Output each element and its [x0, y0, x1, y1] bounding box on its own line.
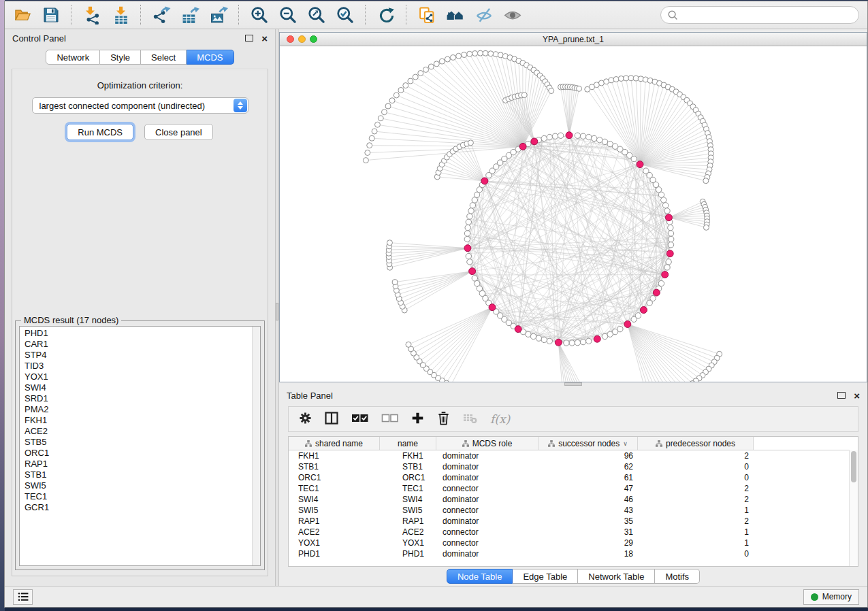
mcds-result-item[interactable]: RAP1	[20, 459, 260, 469]
table-tab-edge-table[interactable]: Edge Table	[513, 569, 578, 584]
float-panel-icon[interactable]	[245, 35, 253, 42]
mcds-result-item[interactable]: GCR1	[20, 502, 260, 513]
column-header-MCDS-role[interactable]: MCDS role	[436, 437, 539, 450]
ring-node[interactable]	[467, 214, 472, 219]
optimization-criterion-select[interactable]: largest connected component (undirected)	[32, 97, 248, 114]
splitter-grip[interactable]	[564, 382, 582, 386]
table-row[interactable]: SWI5SWI5connector431	[289, 505, 858, 516]
mcds-hub-node[interactable]	[519, 143, 526, 150]
leaf-node[interactable]	[613, 77, 619, 82]
ring-node[interactable]	[668, 231, 673, 236]
leaf-node[interactable]	[468, 140, 473, 146]
zoom-out-button[interactable]	[276, 3, 300, 27]
ring-node[interactable]	[467, 259, 472, 265]
leaf-node[interactable]	[549, 88, 554, 94]
mcds-hub-node[interactable]	[555, 339, 562, 346]
ring-node[interactable]	[592, 135, 597, 141]
table-scrollbar[interactable]	[849, 450, 858, 566]
mcds-hub-node[interactable]	[531, 138, 538, 145]
leaf-node[interactable]	[456, 53, 462, 59]
mcds-result-item[interactable]: PMA2	[20, 404, 260, 415]
ring-node[interactable]	[666, 259, 671, 265]
export-table-button[interactable]	[178, 3, 202, 27]
ring-node[interactable]	[558, 133, 563, 138]
run-mcds-button[interactable]: Run MCDS	[67, 124, 133, 140]
ring-node[interactable]	[472, 276, 477, 281]
network-window-titlebar[interactable]: YPA_prune.txt_1	[280, 33, 867, 46]
close-panel-icon[interactable]: ×	[854, 391, 860, 401]
ring-node[interactable]	[668, 242, 673, 248]
close-panel-icon[interactable]: ×	[261, 33, 268, 44]
zoom-in-button[interactable]	[247, 3, 272, 27]
show-all-button[interactable]	[500, 3, 525, 27]
import-table-button[interactable]	[108, 3, 133, 27]
leaf-node[interactable]	[624, 76, 629, 81]
leaf-node[interactable]	[577, 86, 582, 91]
deselect-all-columns-button[interactable]	[381, 413, 398, 426]
ring-node[interactable]	[530, 333, 536, 339]
mcds-result-item[interactable]: PHD1	[20, 328, 260, 339]
ring-node[interactable]	[580, 133, 585, 139]
export-image-button[interactable]	[206, 3, 231, 27]
first-neighbors-button[interactable]	[443, 3, 468, 27]
mcds-hub-node[interactable]	[624, 320, 631, 327]
leaf-node[interactable]	[703, 178, 709, 184]
mcds-result-item[interactable]: STB1	[20, 469, 260, 480]
save-session-button[interactable]	[39, 3, 63, 27]
table-settings-button[interactable]	[299, 412, 312, 427]
scrollbar-thumb[interactable]	[851, 451, 856, 482]
delete-column-button[interactable]	[437, 411, 450, 428]
memory-button[interactable]: Memory	[803, 589, 859, 605]
select-all-columns-button[interactable]	[351, 413, 368, 426]
mcds-result-item[interactable]: ORC1	[20, 448, 260, 459]
ring-node[interactable]	[470, 203, 475, 208]
mcds-hub-node[interactable]	[469, 268, 476, 275]
leaf-node[interactable]	[434, 61, 439, 67]
leaf-node[interactable]	[618, 76, 624, 82]
network-canvas[interactable]	[280, 46, 867, 382]
ring-node[interactable]	[466, 219, 471, 225]
tab-select[interactable]: Select	[141, 50, 187, 65]
ring-node[interactable]	[669, 236, 674, 242]
column-header-shared-name[interactable]: shared name	[289, 437, 380, 450]
close-window-icon[interactable]	[287, 35, 294, 43]
table-row[interactable]: RAP1RAP1dominator352	[289, 516, 858, 527]
leaf-node[interactable]	[363, 158, 368, 163]
leaf-node[interactable]	[406, 342, 411, 347]
task-history-button[interactable]	[13, 589, 33, 605]
ring-node[interactable]	[569, 340, 575, 346]
leaf-node[interactable]	[483, 50, 488, 56]
ring-node[interactable]	[541, 135, 547, 141]
ring-node[interactable]	[468, 208, 474, 214]
ring-node[interactable]	[647, 300, 652, 306]
table-row[interactable]: TEC1TEC1connector472	[289, 483, 858, 494]
table-row[interactable]: SWI4SWI4dominator462	[289, 494, 858, 505]
table-row[interactable]: ACE2ACE2connector311	[289, 527, 858, 538]
mcds-result-item[interactable]: TEC1	[20, 491, 260, 502]
leaf-node[interactable]	[369, 135, 374, 141]
ring-node[interactable]	[662, 203, 668, 208]
minimize-window-icon[interactable]	[298, 35, 306, 43]
maximize-window-icon[interactable]	[310, 35, 317, 43]
ring-node[interactable]	[631, 316, 637, 322]
mcds-result-list[interactable]: PHD1CAR1STP4TID3YOX1SWI4SRD1PMA2FKH1ACE2…	[19, 326, 261, 566]
ring-node[interactable]	[547, 338, 552, 344]
leaf-node[interactable]	[462, 52, 467, 58]
ring-node[interactable]	[472, 197, 477, 203]
mcds-result-item[interactable]: STP4	[20, 350, 260, 361]
ring-node[interactable]	[547, 134, 552, 139]
ring-node[interactable]	[631, 156, 637, 161]
ring-node[interactable]	[575, 133, 580, 138]
leaf-node[interactable]	[521, 93, 527, 98]
mcds-result-item[interactable]: YOX1	[20, 371, 260, 382]
leaf-node[interactable]	[467, 51, 472, 56]
mcds-result-item[interactable]: CAR1	[20, 339, 260, 350]
mcds-result-item[interactable]: STB5	[20, 437, 260, 448]
tab-mcds[interactable]: MCDS	[187, 50, 234, 65]
ring-node[interactable]	[466, 253, 471, 259]
show-column-button[interactable]	[325, 412, 338, 427]
table-row[interactable]: ORC1ORC1dominator610	[289, 472, 858, 483]
zoom-selected-button[interactable]	[333, 3, 357, 27]
leaf-node[interactable]	[381, 110, 387, 115]
ring-node[interactable]	[575, 340, 580, 345]
